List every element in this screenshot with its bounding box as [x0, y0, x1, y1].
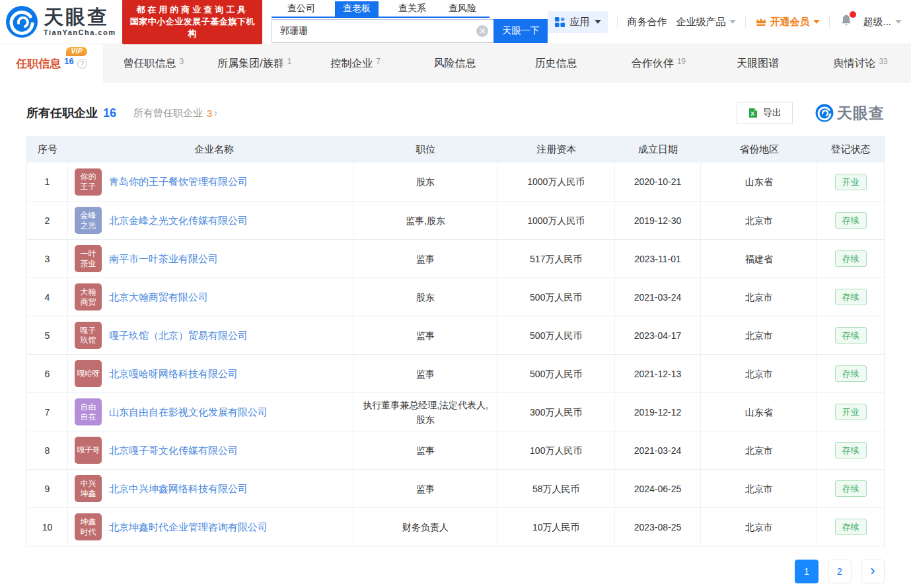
nav-tab-label: 天眼图谱: [737, 57, 779, 71]
table-row: 7 自由 自在 山东自由自在影视文化发展有限公司 执行董事兼总经理,法定代表人,…: [27, 392, 884, 431]
nav-tab[interactable]: 曾任职信息 3: [103, 44, 204, 83]
company-cell: 自由 自在 山东自由自在影视文化发展有限公司: [68, 393, 353, 431]
status-badge[interactable]: 存续: [835, 250, 867, 267]
nav-tab[interactable]: VIP 任职信息 16 ?: [0, 44, 103, 83]
status-badge[interactable]: 存续: [835, 289, 867, 305]
row-number: 6: [27, 355, 68, 392]
search-tab[interactable]: 查公司: [285, 1, 318, 17]
status-badge[interactable]: 开业: [835, 404, 867, 420]
company-logo[interactable]: 嘎哈呀: [75, 360, 102, 387]
capital-cell: 58万人民币: [498, 470, 615, 507]
table-row: 3 一叶 茶业 南平市一叶茶业有限公司 监事 517万人民币 2023-11-0…: [27, 239, 884, 277]
promo-banner: 都在用的商业查询工具 国家中小企业发展子基金旗下机构: [122, 0, 262, 44]
vip-label: 开通会员: [770, 16, 809, 28]
tianyancha-swirl-icon: [815, 104, 834, 122]
nav-tab[interactable]: 所属集团/族群 1: [204, 44, 305, 83]
status-badge[interactable]: 开业: [835, 174, 867, 190]
nav-tab-count: 3: [180, 57, 184, 66]
date-cell: 2021-03-24: [615, 431, 702, 469]
company-cell: 金峰 之光 北京金峰之光文化传媒有限公司: [68, 202, 353, 239]
date-cell: 2021-12-13: [615, 355, 702, 392]
company-name-link[interactable]: 南平市一叶茶业有限公司: [109, 252, 218, 266]
company-name-link[interactable]: 嘎子玖馆（北京）贸易有限公司: [109, 328, 248, 343]
company-name-link[interactable]: 北京大翰商贸有限公司: [109, 290, 208, 305]
page-button-2[interactable]: 2: [828, 560, 852, 583]
nav-tab-label: 历史信息: [534, 57, 577, 71]
chevron-down-icon: [895, 20, 902, 24]
company-name-link[interactable]: 北京嘎哈呀网络科技有限公司: [109, 367, 238, 381]
user-menu[interactable]: 超级...: [863, 16, 902, 28]
region-cell: 北京市: [701, 355, 817, 392]
nav-tab[interactable]: 控制企业 7: [305, 44, 406, 83]
search-tab[interactable]: 查老板: [335, 1, 379, 17]
company-logo[interactable]: 坤鑫 时代: [75, 513, 102, 540]
page-button-1[interactable]: 1: [795, 560, 819, 583]
table-row: 9 中兴 坤鑫 北京中兴坤鑫网络科技有限公司 监事 58万人民币 2024-06…: [27, 469, 884, 507]
nav-tab-label: 风险信息: [434, 57, 476, 71]
apps-menu[interactable]: 应用: [548, 11, 608, 33]
next-page-button[interactable]: ›: [861, 560, 885, 583]
col-header-position: 职位: [353, 136, 498, 163]
company-logo[interactable]: 嘎子 玖馆: [75, 322, 102, 349]
nav-tab-count: 1: [287, 57, 292, 66]
status-badge[interactable]: 存续: [835, 365, 867, 382]
status-badge[interactable]: 存续: [835, 212, 867, 229]
export-button[interactable]: X 导出: [737, 102, 793, 124]
company-name-link[interactable]: 北京嘎子哥文化传媒有限公司: [109, 443, 238, 458]
date-cell: 2023-08-25: [615, 508, 702, 546]
search-button[interactable]: 天眼一下: [493, 19, 548, 43]
nav-tab[interactable]: 舆情讨论 33: [810, 44, 911, 83]
company-logo[interactable]: 大翰 商贸: [75, 283, 102, 311]
company-cell: 嘎哈呀 北京嘎哈呀网络科技有限公司: [68, 355, 353, 392]
company-name-link[interactable]: 山东自由自在影视文化发展有限公司: [109, 405, 268, 420]
search-tab[interactable]: 查风险: [446, 1, 479, 17]
company-cell: 大翰 商贸 北京大翰商贸有限公司: [68, 278, 353, 316]
status-cell: 存续: [817, 240, 884, 277]
nav-tab[interactable]: 合作伙伴 19: [608, 44, 709, 83]
company-logo[interactable]: 金峰 之光: [75, 207, 102, 234]
notifications-bell[interactable]: [839, 13, 854, 30]
company-logo[interactable]: 嘎子哥: [75, 437, 102, 464]
nav-tab[interactable]: 历史信息: [507, 44, 608, 83]
positions-table: 序号 企业名称 职位 注册资本 成立日期 省份地区 登记状态 1 你的 王子 青…: [26, 136, 885, 546]
nav-tab-count: 16: [64, 56, 73, 66]
position-cell: 监事: [353, 240, 498, 277]
position-cell: 监事: [353, 431, 498, 469]
help-icon[interactable]: ?: [77, 59, 87, 69]
col-header-no: 序号: [27, 136, 68, 163]
former-positions-link[interactable]: 所有曾任职企业 3 ›: [133, 107, 217, 120]
company-logo[interactable]: 你的 王子: [75, 168, 102, 196]
logo-title: 天眼查: [44, 7, 116, 27]
pagination: 12 ›: [26, 560, 885, 583]
row-number: 10: [27, 508, 68, 546]
site-logo[interactable]: 天眼查 TianYanCha.com: [5, 5, 116, 38]
company-logo[interactable]: 一叶 茶业: [75, 245, 102, 272]
nav-enterprise-products[interactable]: 企业级产品: [676, 16, 736, 28]
status-badge[interactable]: 存续: [835, 519, 867, 535]
nav-tab[interactable]: 天眼图谱: [709, 44, 810, 83]
nav-tab[interactable]: 风险信息: [406, 44, 507, 83]
company-name-link[interactable]: 青岛你的王子餐饮管理有限公司: [109, 174, 248, 189]
company-logo[interactable]: 中兴 坤鑫: [75, 475, 102, 502]
open-vip-link[interactable]: 开通会员: [755, 16, 820, 28]
position-cell: 监事: [353, 355, 498, 392]
status-badge[interactable]: 存续: [835, 442, 867, 459]
divider: [829, 16, 830, 28]
company-name-link[interactable]: 北京坤鑫时代企业管理咨询有限公司: [109, 520, 268, 534]
search-input[interactable]: [272, 19, 493, 43]
company-name-link[interactable]: 北京中兴坤鑫网络科技有限公司: [109, 482, 248, 496]
search-tabs: 查公司查老板查关系查风险: [272, 1, 490, 18]
username-label: 超级...: [863, 16, 891, 28]
company-name-link[interactable]: 北京金峰之光文化传媒有限公司: [109, 213, 248, 228]
enterprise-label: 企业级产品: [676, 16, 725, 28]
clear-icon[interactable]: ✕: [476, 25, 488, 37]
status-badge[interactable]: 存续: [835, 480, 867, 497]
promo-line2: 国家中小企业发展子基金旗下机构: [129, 16, 256, 40]
search-tab[interactable]: 查关系: [396, 1, 429, 17]
nav-cooperation[interactable]: 商务合作: [627, 16, 667, 28]
company-logo[interactable]: 自由 自在: [75, 398, 102, 425]
date-cell: 2021-03-24: [615, 278, 702, 316]
region-cell: 北京市: [701, 508, 817, 546]
status-badge[interactable]: 存续: [835, 327, 867, 344]
capital-cell: 1000万人民币: [498, 202, 615, 239]
